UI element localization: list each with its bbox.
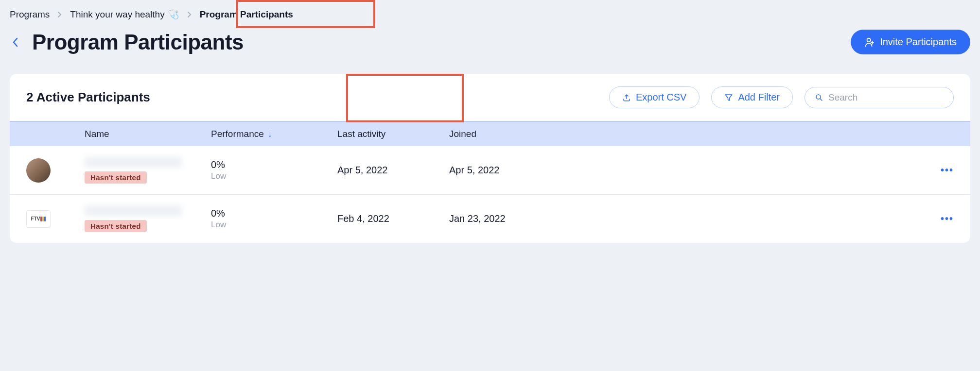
status-badge: Hasn't started (85, 220, 147, 232)
back-button[interactable] (10, 35, 20, 50)
participant-name-redacted (85, 205, 182, 216)
table-row[interactable]: Hasn't started 0% Low Apr 5, 2022 Apr 5,… (10, 146, 970, 195)
joined-value: Apr 5, 2022 (449, 165, 915, 176)
performance-cell: 0% Low (211, 159, 337, 181)
name-cell: Hasn't started (85, 157, 211, 184)
filter-icon (724, 93, 733, 102)
logo-mark-icon (40, 217, 42, 221)
button-label: Add Filter (738, 92, 780, 103)
search-field[interactable] (805, 87, 954, 108)
card-actions: Export CSV Add Filter (609, 86, 954, 108)
table-header: Name Performance ↓ Last activity Joined (10, 122, 970, 146)
avatar-text: FTV (31, 216, 40, 221)
add-filter-button[interactable]: Add Filter (711, 86, 793, 108)
last-activity-value: Apr 5, 2022 (337, 165, 449, 176)
breadcrumb-item-programs[interactable]: Programs (10, 9, 50, 20)
user-plus-icon (864, 37, 875, 48)
breadcrumb-label: Program Participants (200, 9, 293, 20)
breadcrumb-item-program[interactable]: Think your way healthy 🩺 (70, 9, 179, 20)
table-row[interactable]: FTV Hasn't started 0% Low Feb 4, 2022 Ja… (10, 195, 970, 243)
stethoscope-icon: 🩺 (168, 9, 179, 20)
upload-icon (622, 93, 631, 102)
joined-value: Jan 23, 2022 (449, 213, 915, 224)
active-count-title: 2 Active Participants (26, 90, 150, 105)
column-header-joined[interactable]: Joined (449, 129, 915, 139)
card-header: 2 Active Participants Export CSV Add Fi (10, 74, 970, 121)
logo-mark-icon (42, 217, 44, 221)
status-badge: Hasn't started (85, 171, 147, 184)
svg-point-1 (816, 95, 821, 99)
search-icon (815, 93, 823, 102)
invite-participants-button[interactable]: Invite Participants (851, 30, 970, 54)
breadcrumb-label: Think your way healthy (70, 9, 164, 20)
chevron-right-icon (57, 11, 62, 18)
button-label: Invite Participants (880, 36, 957, 48)
breadcrumb: Programs Think your way healthy 🩺 Progra… (10, 9, 970, 20)
column-header-performance[interactable]: Performance ↓ (211, 129, 337, 139)
breadcrumb-label: Programs (10, 9, 50, 20)
svg-point-0 (867, 38, 871, 41)
row-more-button[interactable]: ••• (915, 213, 954, 224)
page-header: Program Participants Invite Participants (10, 30, 970, 54)
participants-card: 2 Active Participants Export CSV Add Fi (10, 74, 970, 243)
avatar: FTV (26, 210, 51, 228)
performance-cell: 0% Low (211, 208, 337, 230)
export-csv-button[interactable]: Export CSV (609, 86, 700, 108)
logo-mark-icon (44, 217, 46, 221)
button-label: Export CSV (636, 92, 686, 103)
avatar-cell (26, 158, 85, 183)
performance-value: 0% (211, 159, 337, 170)
performance-value: 0% (211, 208, 337, 219)
row-more-button[interactable]: ••• (915, 165, 954, 176)
page-title: Program Participants (32, 30, 244, 54)
sort-descending-icon: ↓ (268, 129, 273, 139)
breadcrumb-item-current: Program Participants (200, 9, 293, 20)
participant-name-redacted (85, 157, 182, 168)
performance-label: Low (211, 220, 337, 230)
chevron-right-icon (187, 11, 192, 18)
avatar-cell: FTV (26, 210, 85, 228)
search-input[interactable] (828, 92, 944, 103)
annotation-highlight (346, 74, 464, 122)
avatar (26, 158, 51, 183)
performance-label: Low (211, 171, 337, 181)
last-activity-value: Feb 4, 2022 (337, 213, 449, 224)
column-label: Performance (211, 129, 264, 139)
column-header-last-activity[interactable]: Last activity (337, 129, 449, 139)
name-cell: Hasn't started (85, 205, 211, 232)
column-header-name[interactable]: Name (85, 129, 211, 139)
